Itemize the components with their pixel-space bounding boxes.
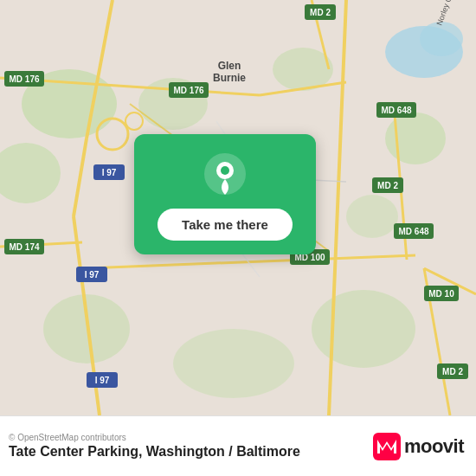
svg-text:Burnie: Burnie	[213, 72, 246, 84]
copyright-text: © OpenStreetMap contributors	[9, 433, 300, 442]
svg-text:MD 2: MD 2	[377, 181, 398, 190]
svg-point-11	[346, 195, 398, 238]
location-card: Take me there	[134, 134, 316, 254]
moovit-brand-text: moovit	[404, 435, 464, 458]
svg-text:MD 176: MD 176	[173, 86, 203, 95]
svg-text:I 97: I 97	[102, 168, 117, 177]
svg-point-64	[221, 166, 229, 175]
svg-text:I 97: I 97	[95, 376, 110, 385]
svg-text:MD 2: MD 2	[310, 8, 331, 17]
take-me-there-button[interactable]: Take me there	[158, 209, 293, 241]
location-name: Tate Center Parking, Washington / Baltim…	[9, 444, 300, 460]
svg-text:MD 176: MD 176	[9, 74, 39, 84]
moovit-logo: moovit	[373, 433, 464, 460]
bottom-left: © OpenStreetMap contributors Tate Center…	[9, 433, 300, 460]
svg-text:MD 648: MD 648	[398, 227, 428, 236]
map-container: MD 2 MD 176 MD 176 Glen Burnie MD 648 I …	[0, 0, 476, 415]
svg-text:MD 174: MD 174	[9, 242, 39, 252]
moovit-logo-icon	[373, 433, 401, 460]
svg-text:MD 10: MD 10	[428, 289, 454, 299]
svg-text:MD 648: MD 648	[381, 106, 411, 115]
svg-text:Glen: Glen	[218, 60, 241, 72]
location-pin-icon	[201, 150, 249, 198]
svg-point-8	[173, 329, 294, 398]
svg-text:I 97: I 97	[85, 270, 100, 280]
svg-rect-65	[373, 433, 401, 460]
svg-text:MD 2: MD 2	[442, 367, 463, 376]
bottom-bar: © OpenStreetMap contributors Tate Center…	[0, 415, 476, 476]
svg-point-6	[312, 290, 415, 368]
